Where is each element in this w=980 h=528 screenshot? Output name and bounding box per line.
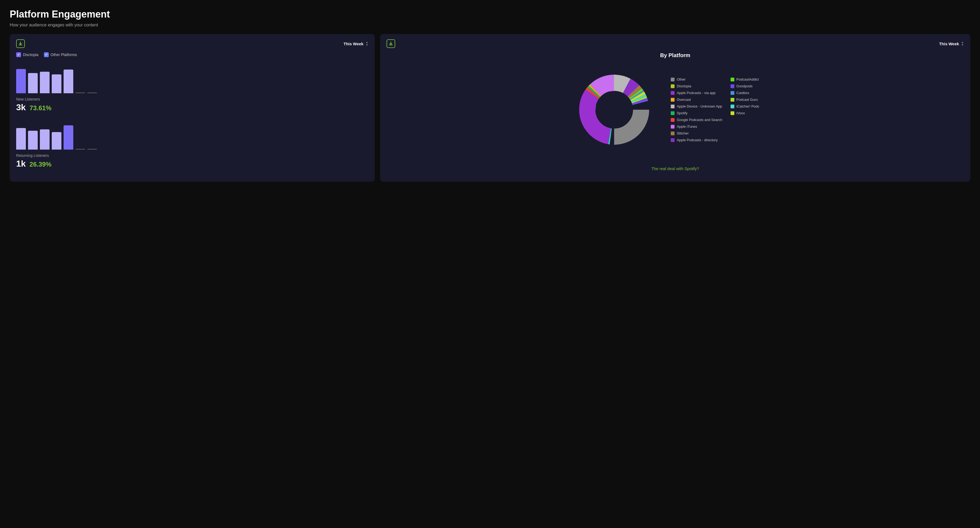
legend-podcast-guru: Podcast Guru (730, 97, 782, 102)
bar-5 (64, 70, 73, 93)
checkbox-disctopia[interactable]: ✓ (16, 52, 21, 57)
ret-bar-dash-2 (87, 149, 97, 150)
sort-arrows-right: ▲▼ (961, 41, 964, 46)
color-overcast (671, 98, 675, 102)
donut-section: Other PodcastAddict Disctopia Goodpods A… (387, 61, 964, 164)
ret-bar-dash-1 (75, 149, 85, 150)
left-card-header: This Week ▲▼ (16, 39, 368, 48)
legend-apple-via-app: Apple Podcasts - via app (671, 91, 722, 95)
color-stitcher (671, 132, 675, 135)
legend-other: Other (671, 77, 722, 81)
new-listeners-label: New Listeners (16, 97, 368, 101)
returning-listeners-stats: 1k 26.39% (16, 159, 368, 169)
new-listeners-count: 3k (16, 102, 26, 112)
color-apple-directory (671, 138, 675, 142)
legend-ivoox: iVoox (730, 111, 782, 115)
returning-listeners-count: 1k (16, 159, 26, 169)
new-listeners-percent: 73.61% (30, 104, 51, 112)
bar-dash-2 (87, 93, 97, 93)
legend-castbox: Castbox (730, 91, 782, 95)
bottom-note: The real deal with Spotify? (387, 166, 964, 171)
legend-overcast: Overcast (671, 97, 722, 102)
donut-chart (568, 64, 660, 156)
color-podcast-addict (730, 78, 734, 81)
color-apple-itunes (671, 125, 675, 129)
svg-point-18 (596, 91, 633, 128)
chart-title: By Platform (387, 52, 964, 59)
color-spotify (671, 111, 675, 115)
week-selector-right[interactable]: This Week ▲▼ (939, 41, 964, 46)
ret-bar-5 (64, 125, 73, 150)
sort-arrows-left: ▲▼ (366, 41, 368, 46)
legend-apple-directory: Apple Podcasts - directory (671, 138, 722, 142)
bar-dash-1 (75, 93, 85, 93)
ret-bar-1 (16, 128, 26, 150)
right-card-header: This Week ▲▼ (387, 39, 964, 48)
legend-stitcher: Stitcher (671, 131, 722, 135)
color-apple-unknown (671, 105, 675, 108)
legend-google-podcasts: Google Podcasts and Search (671, 118, 722, 122)
cards-row: This Week ▲▼ ✓ Disctopia ✓ Other Platfor… (10, 34, 970, 182)
legend-apple-itunes: Apple iTunes (671, 124, 722, 129)
color-other (671, 78, 675, 81)
color-podcast-guru (730, 98, 734, 102)
ret-bar-3 (40, 129, 49, 150)
legend-disctopia: Disctopia (671, 84, 722, 88)
ret-bar-2 (28, 131, 38, 150)
page-title: Platform Engagement (10, 9, 970, 20)
returning-listeners-label: Returning Listeners (16, 153, 368, 158)
download-icon-left[interactable] (16, 39, 25, 48)
legend-goodpods: Goodpods (730, 84, 782, 88)
ret-bar-4 (52, 132, 61, 150)
color-goodpods (730, 85, 734, 88)
color-ivoox (730, 111, 734, 115)
color-castbox (730, 91, 734, 95)
color-google-podcasts (671, 118, 675, 122)
returning-listeners-bars (16, 120, 368, 150)
legend-spotify: Spotify (671, 111, 722, 115)
color-icatcher (730, 105, 734, 108)
checkbox-other-platforms[interactable]: ✓ (44, 52, 49, 57)
donut-legend: Other PodcastAddict Disctopia Goodpods A… (671, 77, 782, 142)
legend-item-disctopia: ✓ Disctopia (16, 52, 38, 57)
right-card: This Week ▲▼ By Platform (380, 34, 970, 182)
new-listeners-section: New Listeners 3k 73.61% (16, 64, 368, 112)
bar-2 (28, 73, 38, 93)
returning-listeners-percent: 26.39% (30, 161, 51, 168)
new-listeners-bars (16, 64, 368, 93)
returning-listeners-section: Returning Listeners 1k 26.39% (16, 120, 368, 169)
week-selector-left[interactable]: This Week ▲▼ (344, 41, 368, 46)
color-disctopia (671, 85, 675, 88)
legend-apple-unknown: Apple Device - Unknown App (671, 104, 722, 108)
new-listeners-stats: 3k 73.61% (16, 102, 368, 112)
page-subtitle: How your audience engages with your cont… (10, 22, 970, 27)
bar-1 (16, 69, 26, 93)
legend-row: ✓ Disctopia ✓ Other Platforms (16, 52, 368, 57)
legend-icatcher: iCatcher! Podc (730, 104, 782, 108)
color-apple-via-app (671, 91, 675, 95)
legend-item-other-platforms: ✓ Other Platforms (44, 52, 77, 57)
bar-4 (52, 74, 61, 93)
left-card: This Week ▲▼ ✓ Disctopia ✓ Other Platfor… (10, 34, 375, 182)
legend-podcast-addict: PodcastAddict (730, 77, 782, 81)
bar-3 (40, 72, 49, 93)
donut-svg (568, 64, 660, 156)
download-icon-right[interactable] (387, 39, 395, 48)
